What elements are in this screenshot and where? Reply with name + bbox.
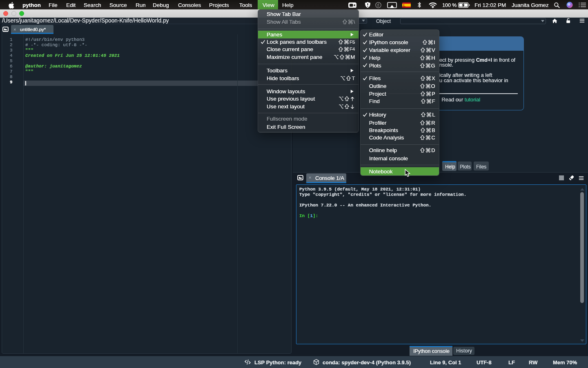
svg-text:d: d (377, 3, 379, 7)
svg-text:ISO: ISO (403, 6, 405, 8)
